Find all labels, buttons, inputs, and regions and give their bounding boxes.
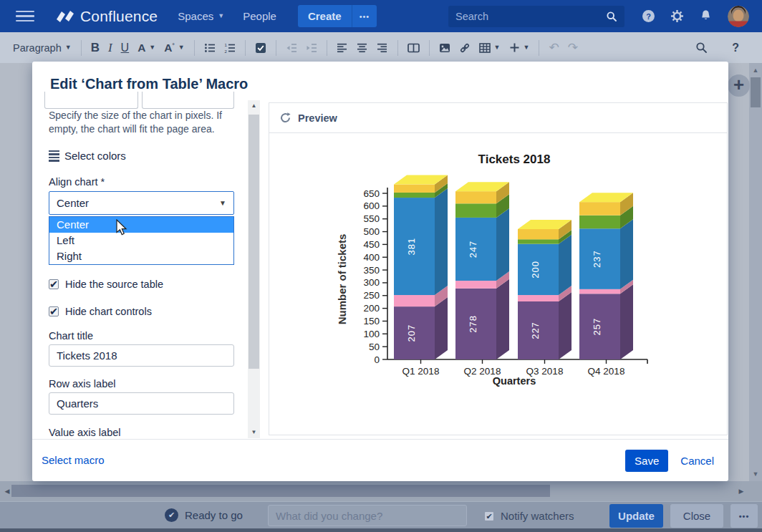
checkbox-checked-icon[interactable]: ✔ bbox=[49, 306, 59, 316]
underline-button[interactable]: U bbox=[117, 42, 134, 54]
scroll-left-icon[interactable]: ◀ bbox=[2, 485, 12, 497]
outdent-icon bbox=[286, 42, 297, 54]
chart-title-input[interactable] bbox=[49, 344, 234, 367]
bar-segment-green bbox=[455, 203, 496, 218]
svg-text:400: 400 bbox=[363, 252, 380, 263]
bar-segment-yellow bbox=[455, 191, 496, 203]
version-comment-input[interactable] bbox=[268, 505, 467, 526]
insert-table-dropdown[interactable]: ▼ bbox=[475, 42, 505, 54]
editor-toolbar: Paragraph ▼ B I U A ▼ A° ▼ 1 2 bbox=[0, 32, 762, 63]
checkbox-checked-icon[interactable]: ✔ bbox=[49, 279, 59, 289]
bullet-list-button[interactable] bbox=[200, 42, 220, 54]
bar-group-q3-2018: 227200Q3 2018 bbox=[518, 220, 572, 377]
svg-text:300: 300 bbox=[363, 277, 380, 288]
italic-button[interactable]: I bbox=[104, 41, 117, 55]
bar-value-label: 227 bbox=[531, 321, 541, 339]
insert-link-button[interactable] bbox=[455, 42, 475, 54]
align-chart-select[interactable]: Center ▼ bbox=[49, 191, 234, 215]
svg-text:50: 50 bbox=[369, 342, 380, 352]
find-button[interactable] bbox=[691, 42, 712, 54]
help-button[interactable]: ? bbox=[642, 9, 655, 23]
bar-segment-side-blue bbox=[559, 235, 572, 295]
width-field-clipped[interactable] bbox=[44, 92, 138, 109]
align-right-icon bbox=[377, 42, 388, 54]
close-button[interactable]: Close bbox=[670, 504, 723, 528]
settings-button[interactable] bbox=[670, 9, 684, 23]
svg-text:2: 2 bbox=[224, 49, 227, 53]
toolbar-right-group: ? bbox=[691, 42, 743, 54]
paragraph-style-dropdown[interactable]: Paragraph ▼ bbox=[9, 42, 76, 54]
scroll-down-icon[interactable]: ▼ bbox=[248, 427, 260, 438]
height-field-clipped[interactable] bbox=[142, 92, 234, 109]
confluence-logo-icon bbox=[56, 9, 74, 24]
footer-actions: Save Cancel bbox=[625, 450, 714, 472]
refresh-icon[interactable] bbox=[279, 112, 291, 124]
bar-segment-yellow bbox=[579, 202, 620, 216]
checkbox-checked-icon[interactable]: ✔ bbox=[484, 511, 494, 521]
hide-source-table-checkbox[interactable]: ✔ Hide the source table bbox=[49, 279, 163, 290]
hamburger-menu-icon[interactable] bbox=[16, 11, 34, 22]
update-button[interactable]: Update bbox=[609, 504, 663, 528]
search-input[interactable]: Search bbox=[448, 6, 624, 27]
bold-button[interactable]: B bbox=[87, 41, 104, 55]
create-button[interactable]: Create bbox=[298, 5, 352, 27]
align-center-button[interactable] bbox=[352, 42, 372, 54]
svg-text:200: 200 bbox=[363, 303, 380, 314]
form-scrollbar[interactable]: ▲ ▼ bbox=[248, 100, 260, 438]
dialog-footer: Select macro Save Cancel bbox=[32, 439, 728, 481]
align-left-button[interactable] bbox=[332, 42, 352, 54]
status-more-button[interactable]: ••• bbox=[730, 504, 758, 528]
editor-help-button[interactable]: ? bbox=[728, 42, 743, 54]
text-color-dropdown[interactable]: A ▼ bbox=[133, 42, 160, 54]
indent-button bbox=[302, 42, 322, 54]
preview-panel: Preview Tickets 2018Number of tickets050… bbox=[269, 102, 728, 435]
brand-name: Confluence bbox=[80, 8, 158, 25]
preview-header: Preview bbox=[269, 103, 727, 133]
task-list-button[interactable] bbox=[251, 42, 271, 54]
confluence-logo[interactable]: Confluence bbox=[56, 8, 158, 25]
search-icon bbox=[695, 42, 708, 54]
page-layout-button[interactable] bbox=[403, 42, 424, 54]
align-chart-dropdown-list: Center Left Right bbox=[49, 216, 234, 265]
bar-group-q4-2018: 257237Q4 2018 bbox=[579, 193, 633, 377]
add-content-button[interactable]: + bbox=[728, 74, 750, 97]
page-scrollbar-thumb[interactable] bbox=[751, 77, 761, 107]
scroll-up-icon[interactable]: ▲ bbox=[749, 64, 762, 76]
notifications-button[interactable] bbox=[699, 9, 713, 23]
insert-image-button[interactable] bbox=[435, 42, 455, 54]
scroll-right-icon[interactable]: ▶ bbox=[736, 485, 746, 497]
notify-watchers-checkbox[interactable]: ✔ Notify watchers bbox=[484, 510, 574, 522]
dialog-title: Edit ‘Chart from Table’ Macro bbox=[50, 76, 248, 92]
select-macro-link[interactable]: Select macro bbox=[42, 454, 105, 466]
nav-spaces[interactable]: Spaces ▼ bbox=[178, 10, 224, 22]
horizontal-scrollbar[interactable]: ◀ ▶ bbox=[0, 481, 762, 501]
avatar[interactable] bbox=[728, 6, 749, 27]
create-more-button[interactable]: ••• bbox=[352, 5, 377, 27]
hide-chart-controls-checkbox[interactable]: ✔ Hide chart controls bbox=[49, 306, 152, 317]
numbered-list-button[interactable]: 1 2 bbox=[220, 42, 240, 54]
chevron-down-icon: ▼ bbox=[219, 199, 226, 207]
bullet-list-icon bbox=[204, 42, 216, 54]
row-axis-input[interactable] bbox=[49, 392, 234, 415]
app-header: Confluence Spaces ▼ People Create ••• Se… bbox=[0, 0, 762, 32]
scroll-down-icon[interactable]: ▼ bbox=[749, 468, 762, 480]
cancel-link[interactable]: Cancel bbox=[680, 455, 714, 467]
scroll-up-icon[interactable]: ▲ bbox=[248, 100, 260, 112]
form-scrollbar-thumb[interactable] bbox=[249, 115, 259, 369]
dropdown-option-right[interactable]: Right bbox=[49, 248, 233, 264]
svg-text:450: 450 bbox=[363, 239, 380, 250]
notify-watchers-label: Notify watchers bbox=[501, 510, 574, 522]
highlight-color-dropdown[interactable]: A° ▼ bbox=[160, 42, 188, 54]
insert-more-dropdown[interactable]: ▼ bbox=[505, 42, 534, 53]
link-icon bbox=[459, 42, 471, 54]
dropdown-option-left[interactable]: Left bbox=[49, 233, 233, 248]
dropdown-option-center[interactable]: Center bbox=[49, 217, 233, 233]
select-colors-button[interactable]: Select colors bbox=[49, 149, 126, 163]
toolbar-separator bbox=[539, 40, 539, 56]
save-button[interactable]: Save bbox=[625, 450, 668, 472]
page-scrollbar[interactable]: ▲ ▼ bbox=[749, 63, 762, 481]
window-bottom-edge bbox=[0, 528, 762, 532]
horizontal-scrollbar-thumb[interactable] bbox=[11, 485, 550, 497]
nav-people[interactable]: People bbox=[243, 10, 276, 22]
align-right-button[interactable] bbox=[372, 42, 392, 54]
